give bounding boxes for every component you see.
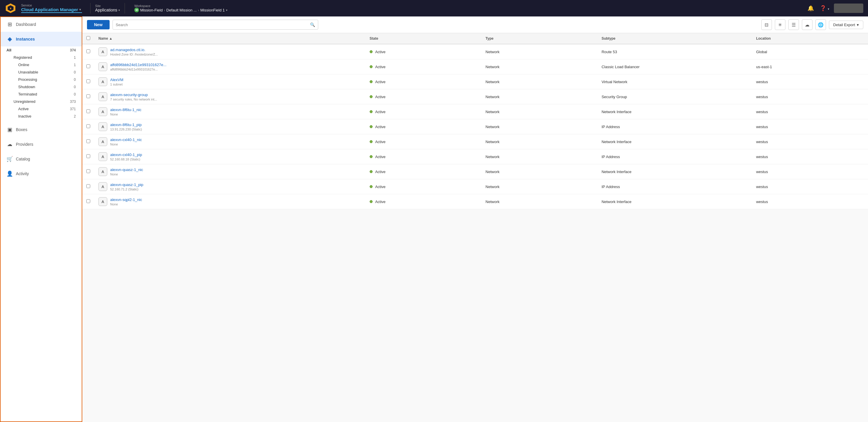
row-subtype-cell: Network Interface — [597, 104, 752, 119]
col-header-name[interactable]: Name ▲ — [94, 33, 366, 44]
row-checkbox[interactable] — [86, 139, 90, 143]
subnav-registered[interactable]: Registered 1 — [1, 54, 82, 61]
row-checkbox[interactable] — [86, 154, 90, 158]
instances-table-container: Name ▲ State Type Subtype Location A ad.… — [82, 33, 868, 422]
site-name[interactable]: Applications ▾ — [95, 8, 120, 12]
site-dropdown-arrow[interactable]: ▾ — [118, 8, 120, 12]
list-view-button[interactable]: ☰ — [788, 20, 799, 30]
subnav-registered-count: 1 — [74, 56, 76, 60]
user-account-button[interactable] — [834, 3, 863, 13]
subnav-active-count: 371 — [70, 107, 76, 111]
row-type-cell: Network — [481, 89, 597, 104]
sidebar-item-dashboard[interactable]: ⊞ Dashboard — [1, 17, 82, 32]
subnav-terminated[interactable]: Terminated 0 — [1, 91, 82, 98]
instance-name[interactable]: ad.managedos.ctl.io. — [110, 48, 158, 52]
instance-name[interactable]: AlexVM — [110, 78, 123, 82]
detail-export-arrow: ▾ — [857, 23, 859, 27]
help-button[interactable]: ❓ ▾ — [818, 4, 830, 12]
row-checkbox-cell — [82, 149, 94, 164]
notification-bell-button[interactable]: 🔔 — [806, 4, 815, 12]
select-all-checkbox[interactable] — [86, 36, 90, 40]
service-section: Service Cloud Application Manager ▾ — [21, 3, 82, 13]
workspace-label: Workspace — [134, 4, 227, 8]
instance-name[interactable]: alexvn-cxl40-1_nic — [110, 138, 142, 142]
col-header-subtype[interactable]: Subtype — [597, 33, 752, 44]
instance-name[interactable]: alexvn-quasz-1_nic — [110, 168, 143, 172]
instance-sub: affd896bbb24d11e993101627e... — [110, 68, 166, 71]
row-subtype-cell: Route 53 — [597, 44, 752, 59]
row-type-cell: Network — [481, 74, 597, 89]
table-row: A alexvn-cxl40-1_pip 52.160.68.18 (Stati… — [82, 149, 868, 164]
instance-sub: None — [110, 203, 142, 206]
row-checkbox[interactable] — [86, 94, 90, 98]
row-checkbox[interactable] — [86, 49, 90, 53]
service-dropdown-arrow[interactable]: ▾ — [79, 8, 81, 11]
row-subtype-cell: Security Group — [597, 89, 752, 104]
row-checkbox[interactable] — [86, 199, 90, 203]
sidebar-item-catalog[interactable]: 🛒 Catalog — [1, 152, 82, 166]
subnav-inactive[interactable]: Inactive 2 — [1, 113, 82, 120]
instance-avatar: A — [98, 137, 107, 146]
subnav-unavailable[interactable]: Unavailable 0 — [1, 68, 82, 76]
row-checkbox-cell — [82, 194, 94, 209]
globe-button[interactable]: 🌐 — [815, 20, 826, 30]
row-checkbox[interactable] — [86, 184, 90, 188]
service-name[interactable]: Cloud Application Manager ▾ — [21, 7, 82, 12]
sidebar-item-providers[interactable]: ☁ Providers — [1, 137, 82, 152]
row-checkbox[interactable] — [86, 124, 90, 128]
instance-name[interactable]: alexvn-quasz-1_pip — [110, 182, 144, 187]
row-name-cell: A alexvm-security-group 7 security rules… — [94, 89, 366, 104]
search-input[interactable] — [116, 23, 310, 27]
status-label: Active — [375, 50, 385, 54]
sidebar-item-boxes-label: Boxes — [16, 127, 27, 132]
table-header-row: Name ▲ State Type Subtype Location — [82, 33, 868, 44]
subnav-active[interactable]: Active 371 — [1, 105, 82, 113]
row-checkbox-cell — [82, 74, 94, 89]
sidebar-item-instances[interactable]: ◈ Instances — [1, 32, 82, 47]
instance-name[interactable]: alexvn-8f6tu-1_pip — [110, 123, 142, 127]
subnav-processing[interactable]: Processing 0 — [1, 76, 82, 83]
globe-icon: 🌐 — [818, 22, 824, 28]
subnav-all[interactable]: All 374 — [1, 47, 82, 54]
col-header-state[interactable]: State — [366, 33, 482, 44]
subnav-unregistered[interactable]: Unregistered 373 — [1, 98, 82, 105]
subnav-registered-label: Registered — [13, 55, 32, 60]
cloud-button[interactable]: ☁ — [802, 20, 812, 30]
activity-icon: 👤 — [6, 171, 13, 177]
workspace-path-3[interactable]: MissionField 1 — [200, 8, 225, 12]
col-header-location[interactable]: Location — [752, 33, 868, 44]
detail-export-button[interactable]: Detail Export ▾ — [829, 21, 863, 29]
row-name-cell: A alexvn-cxl40-1_nic None — [94, 134, 366, 149]
workspace-dropdown-arrow[interactable]: ▾ — [226, 8, 227, 12]
new-button[interactable]: New — [87, 20, 110, 29]
workspace-path-1[interactable]: Mission-Field — [140, 8, 163, 12]
subnav-active-label: Active — [18, 107, 29, 111]
subnav-all-count: 374 — [70, 48, 76, 52]
sidebar-item-activity[interactable]: 👤 Activity — [1, 166, 82, 181]
row-checkbox[interactable] — [86, 169, 90, 173]
filter-button[interactable]: ⊟ — [761, 20, 772, 30]
row-checkbox[interactable] — [86, 109, 90, 113]
instance-name[interactable]: alexvn-8f6tu-1_nic — [110, 108, 141, 112]
settings-button[interactable]: ✳ — [775, 20, 785, 30]
top-navigation: ♦ Service Cloud Application Manager ▾ Si… — [0, 0, 868, 17]
row-checkbox[interactable] — [86, 79, 90, 83]
col-header-type[interactable]: Type — [481, 33, 597, 44]
instance-avatar: A — [98, 92, 107, 101]
status-label: Active — [375, 155, 385, 159]
status-dot — [370, 50, 373, 53]
subnav-online[interactable]: Online 1 — [1, 61, 82, 68]
instance-name[interactable]: affd896bbb24d11e993101627e... — [110, 63, 166, 67]
row-subtype-cell: Network Interface — [597, 134, 752, 149]
instance-name[interactable]: alexvn-sqpl2-1_nic — [110, 198, 142, 202]
instance-name[interactable]: alexvm-security-group — [110, 93, 157, 97]
subnav-shutdown[interactable]: Shutdown 0 — [1, 83, 82, 91]
row-checkbox-cell — [82, 179, 94, 194]
app-logo[interactable]: ♦ — [5, 2, 17, 14]
instance-name[interactable]: alexvn-cxl40-1_pip — [110, 152, 142, 157]
search-container: 🔍 — [113, 20, 318, 30]
row-checkbox[interactable] — [86, 64, 90, 68]
workspace-path-2[interactable]: Default Mission ... — [166, 8, 196, 12]
row-state-cell: Active — [366, 149, 482, 164]
sidebar-item-boxes[interactable]: ▣ Boxes — [1, 122, 82, 137]
